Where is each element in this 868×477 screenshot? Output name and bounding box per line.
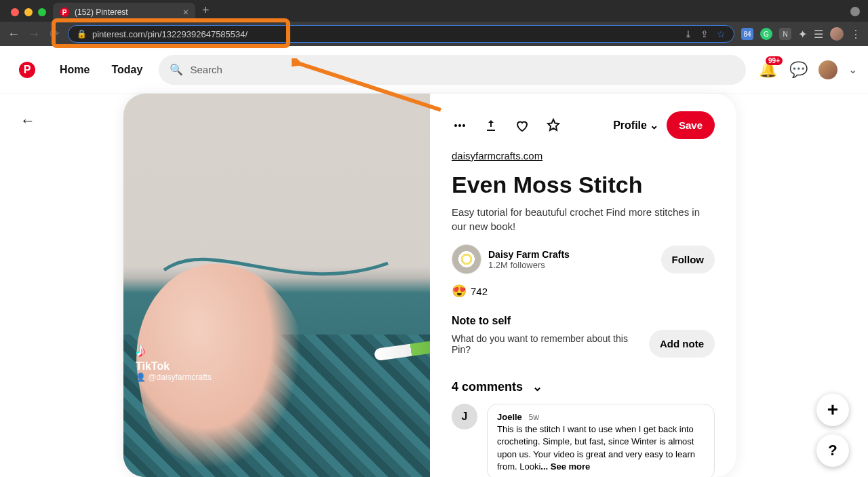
browser-tab[interactable]: P (152) Pinterest × (53, 3, 195, 22)
chevron-down-icon: ⌄ (650, 119, 658, 132)
lock-icon: 🔒 (77, 29, 87, 39)
svg-point-1 (454, 124, 457, 127)
source-link[interactable]: daisyfarmcrafts.com (452, 150, 542, 161)
pin-media[interactable]: ♪ TikTok 👤 @daisyfarmcrafts (123, 94, 430, 477)
comment-item: J Joelle 5w This is the stitch I want to… (452, 404, 715, 477)
pinterest-header: P Home Today 🔍 Search 🔔 99+ 💬 ⌄ (0, 46, 868, 94)
new-tab-button[interactable]: + (195, 3, 216, 22)
back-to-results[interactable]: ← (20, 112, 35, 130)
star-icon[interactable] (545, 117, 561, 134)
comment-age: 5w (528, 413, 538, 422)
nav-today[interactable]: Today (106, 64, 148, 76)
comment-body: Joelle 5w This is the stitch I want to u… (487, 404, 715, 477)
commenter-avatar[interactable]: J (452, 404, 477, 430)
window-controls[interactable] (4, 8, 53, 22)
follow-button[interactable]: Follow (661, 246, 715, 273)
back-button[interactable]: ← (7, 27, 20, 41)
board-picker[interactable]: Profile ⌄ (613, 119, 658, 132)
comments-count: 4 comments (452, 380, 523, 394)
address-bar[interactable]: 🔒 pinterest.com/pin/13229392647585534/ ⤓… (68, 25, 734, 43)
user-avatar[interactable] (818, 60, 837, 79)
account-icon[interactable] (850, 7, 860, 16)
pin-title: Even Moss Stitch (452, 172, 715, 198)
pin-card: ♪ TikTok 👤 @daisyfarmcrafts Profile ⌄ Sa… (123, 94, 736, 477)
pinterest-logo[interactable]: P (11, 54, 43, 86)
more-options-icon[interactable] (452, 117, 468, 134)
nav-home[interactable]: Home (54, 64, 95, 76)
commenter-name[interactable]: Joelle (497, 412, 522, 422)
bookmark-star-icon[interactable]: ☆ (717, 28, 726, 39)
note-heading: Note to self (452, 315, 715, 327)
forward-button[interactable]: → (27, 27, 41, 41)
heart-icon[interactable] (514, 117, 530, 134)
address-bar-container: 🔒 pinterest.com/pin/13229392647585534/ ⤓… (68, 25, 734, 43)
svg-point-2 (458, 124, 461, 127)
extensions-puzzle-icon[interactable]: ✦ (798, 28, 807, 41)
pinterest-logo-icon: P (19, 62, 35, 78)
share-upload-icon[interactable] (483, 117, 499, 134)
messages-icon[interactable]: 💬 (789, 61, 808, 79)
search-icon: 🔍 (170, 63, 183, 76)
comment-text: This is the stitch I want to use when I … (497, 424, 695, 472)
creator-avatar[interactable] (452, 244, 481, 274)
creator-followers: 1.2M followers (488, 260, 570, 270)
share-icon[interactable]: ⇪ (701, 28, 709, 39)
reload-button[interactable]: ⟳ (47, 26, 61, 41)
creator-name[interactable]: Daisy Farm Crafts (488, 249, 570, 260)
url-text: pinterest.com/pin/13229392647585534/ (92, 29, 679, 39)
window-close-icon[interactable] (11, 8, 19, 16)
browser-toolbar: ← → ⟳ 🔒 pinterest.com/pin/13229392647585… (0, 22, 868, 46)
extension-icon[interactable]: 84 (741, 28, 753, 40)
tiktok-icon: ♪ (136, 339, 212, 360)
reading-list-icon[interactable]: ☰ (814, 28, 823, 41)
reactions-count: 742 (471, 286, 488, 297)
notifications-button[interactable]: 🔔 99+ (757, 59, 778, 81)
help-fab[interactable]: ? (816, 434, 849, 467)
add-note-button[interactable]: Add note (649, 330, 715, 358)
profile-avatar-icon[interactable] (830, 27, 844, 41)
reaction-heart-icon: 😍 (452, 284, 467, 299)
tiktok-user-icon: 👤 (136, 373, 148, 382)
browser-chrome: P (152) Pinterest × + ← → ⟳ 🔒 pinterest.… (0, 0, 868, 46)
window-minimize-icon[interactable] (24, 8, 33, 16)
tab-strip: P (152) Pinterest × + (0, 0, 868, 22)
search-placeholder: Search (190, 64, 222, 75)
chevron-down-icon: ⌄ (532, 379, 542, 394)
reactions[interactable]: 😍 742 (452, 284, 715, 299)
create-fab[interactable]: + (816, 394, 849, 426)
media-yarn (157, 243, 395, 297)
download-icon[interactable]: ⤓ (684, 28, 692, 39)
pin-description: Easy tutorial for beautuful crochet Find… (452, 205, 715, 233)
account-menu-chevron-icon[interactable]: ⌄ (848, 63, 857, 76)
notion-icon[interactable]: N (779, 28, 791, 40)
grammarly-icon[interactable]: G (760, 28, 772, 40)
search-input[interactable]: 🔍 Search (159, 55, 746, 85)
tab-title: (152) Pinterest (75, 7, 178, 17)
comments-toggle[interactable]: 4 comments ⌄ (452, 379, 715, 394)
browser-menu-icon[interactable]: ⋮ (850, 28, 861, 41)
pinterest-favicon-icon: P (60, 7, 69, 17)
pin-details: Profile ⌄ Save daisyfarmcrafts.com Even … (430, 94, 736, 477)
see-more-link[interactable]: ... See more (540, 461, 590, 472)
toolbar-extensions: 84 G N ✦ ☰ ⋮ (741, 27, 861, 41)
tiktok-watermark: ♪ TikTok 👤 @daisyfarmcrafts (136, 339, 212, 382)
tiktok-handle: @daisyfarmcrafts (148, 373, 212, 382)
svg-point-3 (462, 124, 465, 127)
save-button[interactable]: Save (667, 111, 715, 139)
tab-close-icon[interactable]: × (183, 7, 189, 18)
tiktok-brand: TikTok (136, 360, 212, 373)
note-prompt: What do you want to remember about this … (452, 333, 635, 355)
window-zoom-icon[interactable] (38, 8, 46, 16)
notification-badge: 99+ (766, 56, 783, 65)
board-picker-label: Profile (613, 119, 647, 132)
